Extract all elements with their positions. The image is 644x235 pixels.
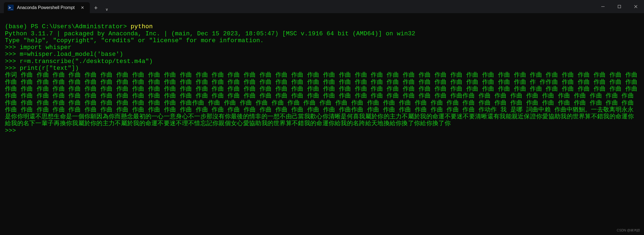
repl-prompt-final: >>> (5, 127, 20, 134)
terminal-content[interactable]: (base) PS C:\Users\Administrator> python… (0, 13, 644, 137)
new-tab-button[interactable]: + (90, 3, 102, 13)
repl-prompt: >>> (5, 44, 20, 51)
active-tab[interactable]: >_ Anaconda Powershell Prompt ✕ (4, 2, 90, 13)
powershell-icon: >_ (8, 5, 14, 11)
window-controls (595, 0, 644, 13)
ps-prompt-env: (base) (5, 23, 31, 30)
tab-dropdown-button[interactable]: ∨ (102, 5, 111, 13)
close-tab-button[interactable]: ✕ (79, 4, 86, 11)
transcription-output: 作词 作曲 作曲 作曲 作曲 作曲 作曲 作曲 作曲 作曲 作曲 作曲 作曲 作… (5, 72, 641, 127)
tab-title: Anaconda Powershell Prompt (17, 5, 75, 10)
svg-rect-1 (618, 5, 621, 8)
python-cmd-import: import whisper (20, 44, 71, 51)
python-cmd-transcribe: r=m.transcribe("./desktop/test.m4a") (20, 58, 153, 65)
close-window-button[interactable] (628, 0, 644, 13)
python-header-2: Type "help", "copyright", "credits" or "… (5, 37, 264, 44)
maximize-button[interactable] (611, 0, 628, 13)
python-header-1: Python 3.11.7 | packaged by Anaconda, In… (5, 30, 415, 37)
titlebar: >_ Anaconda Powershell Prompt ✕ + ∨ (0, 0, 644, 13)
tab-strip: >_ Anaconda Powershell Prompt ✕ + ∨ (0, 0, 111, 13)
repl-prompt: >>> (5, 58, 20, 65)
minimize-button[interactable] (595, 0, 611, 13)
ps-prompt-path: PS C:\Users\Administrator> (31, 23, 131, 30)
python-cmd-load-model: m=whisper.load_model('base') (20, 51, 123, 58)
repl-prompt: >>> (5, 51, 20, 58)
python-cmd-print: print(r["text"]) (20, 65, 79, 72)
shell-command: python (131, 23, 153, 30)
watermark: CSDN @林鸿群 (617, 228, 640, 233)
repl-prompt: >>> (5, 65, 20, 72)
